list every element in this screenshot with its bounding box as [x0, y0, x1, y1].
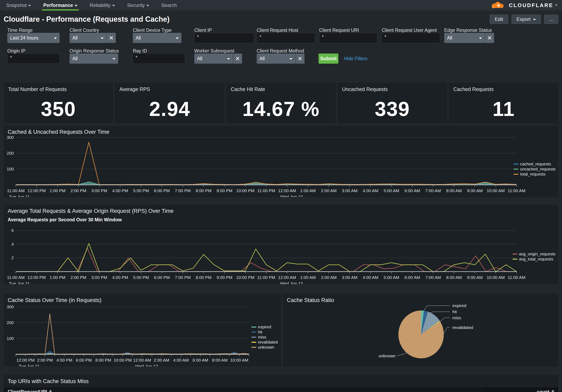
legend-item-expired[interactable]: expired	[251, 325, 278, 329]
submit-button[interactable]: Submit	[318, 54, 338, 64]
column-header-clientrequesturi[interactable]: ClientRequestURI	[4, 389, 483, 392]
kpi-value: 2.94	[115, 97, 224, 121]
legend-item-hit[interactable]: hit	[251, 330, 278, 334]
legend-item-revalidated[interactable]: revalidated	[251, 340, 278, 345]
nav-item-search[interactable]: Search	[160, 0, 178, 11]
nav-item-security[interactable]: Security	[126, 0, 151, 11]
top-uris-table: ClientRequestURI count /favicon.ico3/2	[4, 387, 558, 392]
edit-button[interactable]: Edit	[490, 15, 508, 24]
svg-text:3:00 PM: 3:00 PM	[92, 275, 107, 280]
nav-item-performance[interactable]: Performance	[42, 0, 79, 11]
input-client-request-user-agent[interactable]: *	[382, 33, 440, 43]
series-avg_origin_requests	[16, 248, 516, 272]
svg-text:200: 200	[7, 151, 14, 155]
legend-item-cached_requests[interactable]: cached_requests	[514, 162, 555, 166]
pie-label-hit: hit	[452, 309, 457, 314]
input-client-request-host[interactable]: *	[257, 33, 315, 43]
select-edge-response-status[interactable]: All	[444, 33, 485, 43]
chevron-down-icon	[75, 5, 77, 7]
svg-text:1:00 AM: 1:00 AM	[300, 188, 316, 193]
chart-legend: expiredhitmissrevalidatedunknown	[251, 325, 278, 350]
svg-text:Tue Jun 11: Tue Jun 11	[9, 281, 30, 284]
nav-item-label: Search	[161, 2, 177, 8]
kpi-value: 14.67 %	[226, 97, 336, 121]
clear-filter-button-client-country[interactable]: ✕	[106, 33, 116, 43]
legend-label: total_requests	[520, 172, 546, 176]
legend-item-avg_origin_requests[interactable]: avg_origin_requests	[513, 252, 555, 256]
svg-text:4: 4	[11, 242, 14, 246]
svg-text:2:00 AM: 2:00 AM	[321, 188, 337, 193]
chevron-down-icon	[176, 37, 179, 39]
pie-label-miss: miss	[452, 315, 461, 320]
filter-label-time-range: Time Range	[7, 28, 33, 33]
svg-text:5:00 PM: 5:00 PM	[133, 188, 149, 193]
svg-text:12:00 AM: 12:00 AM	[278, 188, 296, 193]
nav-item-snapshot[interactable]: Snapshot	[5, 0, 32, 11]
svg-text:11:00 AM: 11:00 AM	[508, 188, 525, 193]
select-client-request-method[interactable]: All	[257, 54, 295, 64]
legend-swatch	[251, 337, 256, 338]
legend-item-total_requests[interactable]: total_requests	[514, 172, 555, 176]
more-button[interactable]: ...	[544, 15, 558, 24]
select-value: Last 24 hours	[10, 35, 38, 41]
svg-text:4:00 PM: 4:00 PM	[112, 275, 128, 280]
svg-text:4:00 AM: 4:00 AM	[363, 188, 378, 193]
svg-text:8:00 PM: 8:00 PM	[95, 358, 111, 362]
column-header-count[interactable]: count	[483, 387, 558, 392]
svg-text:5:00 PM: 5:00 PM	[133, 275, 149, 280]
svg-text:200: 200	[7, 320, 14, 325]
svg-text:9:00 PM: 9:00 PM	[217, 275, 232, 280]
page-title: Cloudflare - Performance (Requests and C…	[4, 15, 169, 23]
page-header: Cloudflare - Performance (Requests and C…	[0, 11, 562, 25]
svg-text:4:00 AM: 4:00 AM	[363, 275, 378, 280]
select-client-device-type[interactable]: All	[133, 33, 181, 43]
select-value: All	[447, 35, 452, 41]
legend-label: avg_origin_requests	[519, 252, 555, 256]
legend-item-avg_total_requests[interactable]: avg_total_requests	[513, 257, 555, 262]
registered-mark: ®	[555, 4, 557, 7]
input-client-ip[interactable]: *	[194, 33, 254, 43]
line-chart: 24611:00 AM12:00 PM1:00 PM2:00 PM3:00 PM…	[4, 205, 558, 284]
svg-text:Wed Jun 12: Wed Jun 12	[280, 281, 303, 284]
input-client-request-uri[interactable]: *	[319, 33, 377, 43]
nav-item-reliability[interactable]: Reliability	[88, 0, 116, 11]
kpi-label: Cached Requests	[453, 86, 554, 92]
select-client-country[interactable]: All	[70, 33, 106, 43]
hide-filters-link[interactable]: Hide Filters	[344, 56, 367, 61]
svg-text:12:00 PM: 12:00 PM	[16, 358, 35, 362]
select-worker-subrequest[interactable]: All	[194, 54, 233, 64]
clear-filter-button-edge-response-status[interactable]: ✕	[485, 33, 494, 43]
svg-text:8:00 AM: 8:00 AM	[446, 188, 462, 193]
svg-text:6:00 AM: 6:00 AM	[404, 188, 420, 193]
clear-filter-button-worker-subrequest[interactable]: ✕	[233, 54, 242, 64]
svg-text:300: 300	[7, 304, 14, 309]
filter-label-client-ip: Client IP	[194, 28, 212, 33]
nav-items: SnapshotPerformanceReliabilitySecuritySe…	[5, 0, 188, 11]
kpi-label: Cache Hit Rate	[231, 86, 331, 92]
legend-swatch	[514, 163, 518, 165]
select-time-range[interactable]: Last 24 hours	[7, 33, 60, 43]
input-origin-ip[interactable]: *	[7, 54, 60, 64]
legend-item-uncached_requests[interactable]: uncached_requests	[514, 167, 555, 172]
legend-swatch	[513, 259, 517, 260]
legend-item-miss[interactable]: miss	[251, 335, 278, 339]
svg-text:3:00 AM: 3:00 AM	[342, 275, 357, 280]
legend-item-unknown[interactable]: unknown	[251, 345, 278, 350]
sort-icon	[49, 390, 52, 392]
legend-swatch	[251, 326, 256, 328]
panel-top-uris: Top URIs with Cache Status Miss ClientRe…	[4, 375, 558, 392]
select-origin-response-status[interactable]: All	[70, 54, 118, 64]
svg-text:10:00 PM: 10:00 PM	[236, 188, 254, 193]
chevron-down-icon	[227, 58, 230, 60]
svg-text:2:00 AM: 2:00 AM	[154, 358, 169, 362]
filter-label-origin-response-status: Origin Response Status	[70, 48, 119, 54]
clear-filter-button-client-request-method[interactable]: ✕	[295, 54, 304, 64]
input-ray-id[interactable]: *	[133, 54, 185, 64]
legend-label: unknown	[258, 345, 274, 350]
svg-text:4:00 AM: 4:00 AM	[173, 358, 189, 362]
filter-label-worker-subrequest: Worker Subrequest	[194, 48, 234, 54]
svg-text:100: 100	[7, 167, 14, 171]
kpi-card-cached-requests: Cached Requests11	[449, 83, 558, 123]
export-button[interactable]: Export	[512, 15, 541, 24]
nav-item-label: Reliability	[90, 2, 110, 8]
